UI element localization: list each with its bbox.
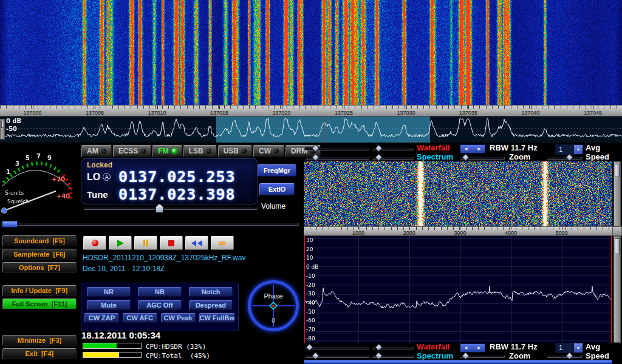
squelch-slider[interactable] (1, 223, 299, 226)
mode-button-lsb[interactable]: LSB (183, 145, 217, 157)
squelch-slider-thumb[interactable] (2, 221, 18, 228)
slider-thumb[interactable] (375, 144, 383, 152)
af-waterfall-scrollbar[interactable] (613, 161, 621, 226)
s-meter[interactable]: 1 3 5 7 9 +20 +40 S-units Squelch (0, 144, 79, 220)
dsp-button-mute[interactable]: Mute (87, 300, 131, 310)
ruler-corner (612, 226, 622, 236)
menu-button-soundcard[interactable]: Soundcard [F5] (2, 235, 77, 246)
stop-button[interactable] (160, 236, 183, 250)
slider-thumb[interactable] (462, 153, 470, 161)
spectrum-contrast-slider-bottom[interactable] (372, 355, 414, 358)
band-pager[interactable]: ◄ ► (460, 144, 485, 153)
mode-led-icon (274, 149, 279, 153)
main-spectrum-scale-slider[interactable] (0, 119, 5, 140)
loop-button[interactable]: ∞ (211, 236, 234, 250)
pager-left-icon[interactable]: ◄ (463, 146, 468, 152)
phase-value: 0 (251, 317, 296, 324)
menu-button-info-update[interactable]: Info / Update [F9] (2, 285, 77, 296)
menu-button-samplerate[interactable]: Samplerate [F6] (2, 249, 77, 260)
spectrum-contrast-slider[interactable] (372, 157, 414, 160)
slider-thumb[interactable] (375, 153, 383, 161)
zoom-slider[interactable] (460, 157, 505, 160)
waterfall-contrast-slider-bottom[interactable] (372, 346, 414, 349)
s-meter-tick-3: 3 (15, 160, 19, 167)
dsp-button-cw-zap[interactable]: CW ZAP (84, 313, 119, 323)
pager-left-icon[interactable]: ◄ (463, 345, 468, 351)
mode-button-am[interactable]: AM (81, 145, 112, 157)
play-button[interactable] (109, 236, 132, 250)
menu-button-minimize[interactable]: Minimize [F3] (2, 335, 77, 346)
pager-right-icon[interactable]: ► (477, 146, 482, 152)
main-frequency-ruler[interactable]: 1370001370051370101370151370201370251370… (0, 105, 622, 116)
ruler-tick-label: 4000 (495, 230, 527, 236)
slider-thumb[interactable] (462, 352, 470, 360)
slider-thumb[interactable] (1, 121, 4, 128)
dsp-button-cw-peak[interactable]: CW Peak (161, 313, 196, 323)
slider-thumb[interactable] (566, 352, 573, 360)
spectrum-brightness-slider-bottom[interactable] (305, 355, 369, 358)
record-icon (92, 240, 98, 246)
af-spectrum-display[interactable] (304, 236, 612, 343)
dropdown-arrow-icon[interactable]: ▼ (573, 343, 583, 352)
phase-dial[interactable]: Phase 0 (248, 280, 299, 331)
dsp-button-nr[interactable]: NR (87, 287, 131, 297)
tune-frequency-row[interactable]: Tune 0137.023.398 (87, 186, 236, 203)
main-waterfall-display[interactable] (0, 0, 622, 105)
menu-button-exit[interactable]: Exit [F4] (2, 348, 77, 359)
rewind-button[interactable] (185, 236, 208, 250)
waterfall-brightness-slider[interactable] (305, 147, 369, 150)
record-button[interactable] (83, 236, 106, 250)
mode-button-usb[interactable]: USB (218, 145, 252, 157)
slider-thumb[interactable] (312, 352, 320, 360)
dsp-button-nb[interactable]: NB (138, 287, 182, 297)
dsp-button-agc-off[interactable]: AGC Off (138, 300, 182, 310)
lo-label: LO (87, 172, 100, 183)
af-pan-scrollbar[interactable] (304, 360, 612, 364)
extio-button[interactable]: ExtIO (259, 183, 295, 195)
pause-button[interactable] (134, 236, 157, 250)
menu-button-options[interactable]: Options [F7] (2, 262, 77, 273)
speed-slider-bottom[interactable] (547, 355, 582, 358)
waterfall-contrast-slider[interactable] (372, 147, 414, 150)
scrollbar-thumb[interactable] (615, 238, 620, 254)
ruler-tick-label: 137005 (79, 110, 111, 116)
zoom-slider-bottom[interactable] (460, 355, 505, 358)
lo-frequency-value[interactable]: 0137.025.253 (118, 168, 236, 186)
af-frequency-ruler[interactable]: 10002000300040005000 (304, 226, 612, 236)
dropdown-arrow-icon[interactable]: ▼ (573, 145, 583, 154)
af-waterfall-display[interactable] (304, 161, 612, 226)
dsp-button-notch[interactable]: Notch (189, 287, 233, 297)
band-pager-bottom[interactable]: ◄ ► (460, 343, 485, 352)
slider-thumb[interactable] (375, 343, 383, 351)
tune-frequency-value[interactable]: 0137.023.398 (118, 186, 236, 203)
volume-slider-thumb[interactable] (156, 204, 163, 213)
af-spectrum-scrollbar[interactable] (613, 236, 621, 343)
slider-thumb[interactable] (306, 343, 313, 351)
waterfall-brightness-slider-bottom[interactable] (305, 346, 369, 349)
s-meter-tick-plus40: +40 (56, 193, 70, 200)
db-axis-label: 10 (306, 255, 327, 261)
phase-control[interactable]: Phase 0 (248, 280, 299, 331)
slider-thumb[interactable] (375, 352, 383, 360)
main-spectrum-display[interactable] (0, 116, 622, 143)
freqmgr-button[interactable]: FreqMgr (258, 164, 296, 177)
lo-lock-badge-icon[interactable]: A (103, 173, 111, 181)
ruler-tick-label: 5000 (546, 230, 578, 236)
spectrum-brightness-slider[interactable] (305, 157, 369, 160)
mode-button-fm[interactable]: FM (152, 145, 182, 157)
volume-slider[interactable] (83, 207, 258, 210)
mode-button-cw[interactable]: CW (253, 145, 284, 157)
pager-right-icon[interactable]: ► (477, 345, 482, 351)
slider-thumb[interactable] (566, 153, 573, 161)
dsp-button-cw-afc[interactable]: CW AFC (123, 313, 157, 323)
mode-button-ecss[interactable]: ECSS (113, 145, 152, 157)
squelch-knob[interactable] (2, 208, 7, 214)
menu-button-fullscreen[interactable]: Full Screen [F11] (2, 298, 77, 309)
scrollbar-thumb[interactable] (615, 164, 620, 177)
speed-slider[interactable] (547, 157, 582, 160)
dsp-button-cw-fullbw[interactable]: CW FullBw (199, 313, 235, 323)
lo-frequency-row[interactable]: LOA 0137.025.253 (87, 168, 236, 186)
dsp-button-despread[interactable]: Despread (189, 300, 233, 310)
rbw-value-label: RBW 11.7 Hz (490, 143, 538, 152)
db-axis-label: 20 (306, 246, 327, 252)
